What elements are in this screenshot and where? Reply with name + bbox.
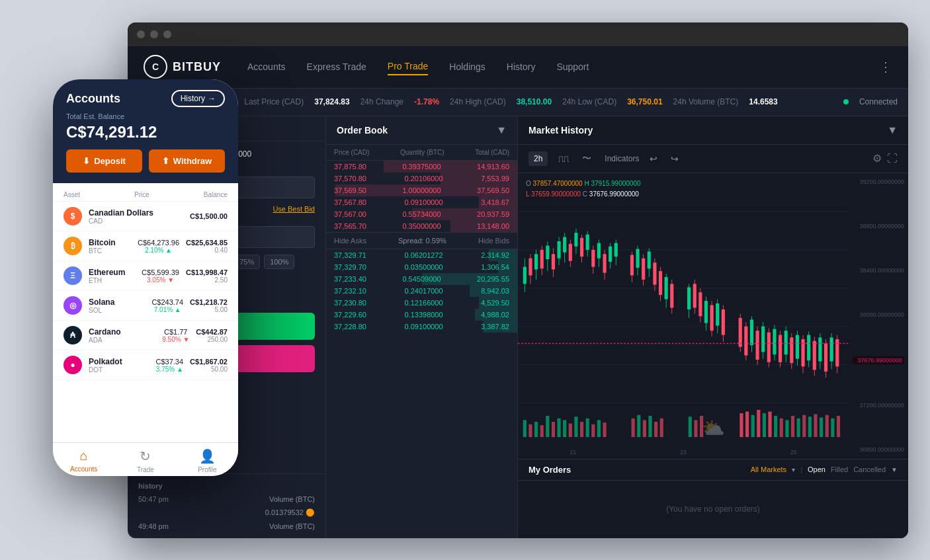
svg-rect-67 xyxy=(716,303,719,325)
chart-panel: Market History ▼ 2h ⎍⎍ 〜 Indicators ↩ ↪ … xyxy=(518,116,908,538)
fullscreen-icon[interactable]: ⛶ xyxy=(887,153,898,165)
svg-rect-57 xyxy=(687,287,691,309)
svg-rect-137 xyxy=(780,418,783,436)
svg-rect-132 xyxy=(751,415,755,436)
svg-rect-91 xyxy=(796,335,799,358)
orders-filter: All Markets ▾ | Open Filled Cancelled ▼ xyxy=(751,465,898,473)
svg-rect-133 xyxy=(757,409,760,436)
svg-rect-31 xyxy=(591,249,595,266)
order-book-panel: Order Book ▼ Price (CAD) Quantity (BTC) … xyxy=(326,116,518,538)
ask-row[interactable]: 37,567.800.091000003,418.67 xyxy=(326,196,517,208)
list-item[interactable]: Ξ Ethereum ETH C$5,599.39 3.05% ▼ C$13,9… xyxy=(53,261,238,291)
hide-bids-btn[interactable]: Hide Bids xyxy=(478,237,509,245)
nav-history[interactable]: History xyxy=(507,59,536,75)
list-item[interactable]: $ Canadian Dollars CAD C$1,500.00 xyxy=(53,202,238,231)
orders-collapse-icon[interactable]: ▼ xyxy=(891,466,898,473)
svg-rect-53 xyxy=(665,277,668,299)
svg-rect-131 xyxy=(745,411,749,437)
svg-rect-145 xyxy=(825,415,829,436)
profile-icon: 👤 xyxy=(199,448,216,464)
bid-row[interactable]: 37,329.700.035000001,306.54 xyxy=(326,261,517,273)
filter-cancelled-btn[interactable]: Cancelled xyxy=(853,465,886,473)
bid-row[interactable]: 37,229.600.133980004,988.02 xyxy=(326,309,517,321)
svg-rect-73 xyxy=(744,326,747,355)
mobile-history-button[interactable]: History → xyxy=(171,90,225,107)
candle-type-icon[interactable]: ⎍⎍ xyxy=(558,153,569,164)
svg-rect-127 xyxy=(689,417,692,437)
svg-rect-87 xyxy=(784,331,788,354)
time-2h-btn[interactable]: 2h xyxy=(528,151,548,166)
chart-collapse-icon[interactable]: ▼ xyxy=(887,124,898,136)
filter-open-btn[interactable]: Open xyxy=(808,465,825,473)
indicators-button[interactable]: Indicators xyxy=(605,154,639,163)
svg-rect-108 xyxy=(534,421,538,436)
svg-rect-77 xyxy=(755,331,759,360)
svg-rect-49 xyxy=(653,262,656,284)
low-label: 24h Low (CAD) xyxy=(562,97,616,106)
svg-rect-116 xyxy=(580,421,583,436)
svg-rect-33 xyxy=(597,243,601,258)
nav-pro-trade[interactable]: Pro Trade xyxy=(388,58,428,75)
all-markets-btn[interactable]: All Markets xyxy=(751,465,786,473)
list-item[interactable]: ◎ Solana SOL C$243.74 7.01% ▲ C$1,218.72… xyxy=(53,291,238,321)
bid-row[interactable]: 37,233.400.5450900020,295.55 xyxy=(326,273,517,285)
trade-history-panel: history 50:47 pm Volume (BTC) 0.01379532… xyxy=(128,473,325,538)
mobile-balance-label: Total Est. Balance xyxy=(66,112,225,120)
filter-filled-btn[interactable]: Filled xyxy=(831,465,848,473)
orderbook-rows: 37,875.800.3937500014,913.60 37,570.800.… xyxy=(326,161,517,538)
my-orders-title: My Orders xyxy=(528,465,571,475)
svg-rect-107 xyxy=(528,424,532,436)
nav-support[interactable]: Support xyxy=(556,59,589,75)
mobile-deposit-button[interactable]: ⬇ Deposit xyxy=(66,149,142,173)
nav-accounts[interactable]: Accounts xyxy=(247,59,286,75)
bid-row[interactable]: 37,232.100.240170008,942.03 xyxy=(326,285,517,297)
mobile-withdraw-button[interactable]: ⬆ Withdraw xyxy=(149,149,225,173)
svg-rect-141 xyxy=(802,415,806,436)
list-item[interactable]: ● Polkadot DOT C$37.34 3.75% ▲ C$1,867.0… xyxy=(53,350,238,380)
window-dot-close xyxy=(137,30,145,38)
bid-row[interactable]: 37,228.800.091000003,387.82 xyxy=(326,321,517,333)
menu-dots-icon[interactable]: ⋮ xyxy=(879,59,892,75)
svg-rect-25 xyxy=(574,233,577,247)
hide-asks-btn[interactable]: Hide Asks xyxy=(334,237,366,245)
ask-row[interactable]: 37,567.000.5573400020,937.59 xyxy=(326,208,517,220)
mobile-device: Accounts History → Total Est. Balance C$… xyxy=(53,79,238,476)
mobile-top-bar: Accounts History → Total Est. Balance C$… xyxy=(53,79,238,183)
ask-row[interactable]: 37,875.800.3937500014,913.60 xyxy=(326,161,517,173)
mobile-nav-accounts[interactable]: ⌂ Accounts xyxy=(53,448,114,473)
mobile-nav-trade[interactable]: ↻ Trade xyxy=(114,448,176,473)
svg-rect-95 xyxy=(807,335,810,360)
orderbook-column-headers: Price (CAD) Quantity (BTC) Total (CAD) xyxy=(326,145,517,161)
svg-rect-39 xyxy=(614,243,618,257)
last-price-value: 37,824.83 xyxy=(314,97,349,106)
svg-rect-111 xyxy=(552,421,555,436)
nav-express-trade[interactable]: Express Trade xyxy=(307,59,366,75)
pct-100b[interactable]: 100% xyxy=(264,255,294,269)
window-dot-minimize xyxy=(150,30,158,38)
svg-rect-47 xyxy=(648,251,651,268)
ask-row[interactable]: 37,570.800.201060007,553.99 xyxy=(326,173,517,184)
nav-holdings[interactable]: Holdings xyxy=(449,59,485,75)
home-icon: ⌂ xyxy=(80,448,88,463)
ask-row[interactable]: 37,569.501.0000000037,569.50 xyxy=(326,184,517,196)
svg-rect-119 xyxy=(597,420,601,437)
change-value: -1.78% xyxy=(414,97,439,106)
ask-row[interactable]: 37,565.700.3500000013,148.00 xyxy=(326,220,517,232)
svg-rect-130 xyxy=(740,413,743,437)
order-book-collapse-icon[interactable]: ▼ xyxy=(496,124,507,136)
svg-rect-83 xyxy=(773,329,776,354)
settings-icon[interactable]: ⚙ xyxy=(872,152,882,165)
volume-label: 24h Volume (BTC) xyxy=(673,97,739,106)
bid-row[interactable]: 37,230.800.121660004,529.50 xyxy=(326,297,517,309)
wave-icon[interactable]: 〜 xyxy=(582,153,591,165)
markets-dropdown-icon[interactable]: ▾ xyxy=(792,466,795,473)
svg-rect-97 xyxy=(813,340,816,370)
list-item[interactable]: ₿ Bitcoin BTC C$64,273.96 2.10% ▲ C$25,6… xyxy=(53,231,238,261)
market-history-header: Market History ▼ xyxy=(518,116,908,145)
list-item[interactable]: ₳ Cardano ADA C$1.77 9.50% ▼ C$442.87 25… xyxy=(53,321,238,350)
bid-row[interactable]: 37,329.710.062012722,314.92 xyxy=(326,249,517,261)
mobile-nav-profile[interactable]: 👤 Profile xyxy=(177,448,238,473)
redo-icon[interactable]: ↪ xyxy=(671,153,679,164)
mobile-title: Accounts xyxy=(66,92,120,106)
undo-icon[interactable]: ↩ xyxy=(650,153,657,164)
